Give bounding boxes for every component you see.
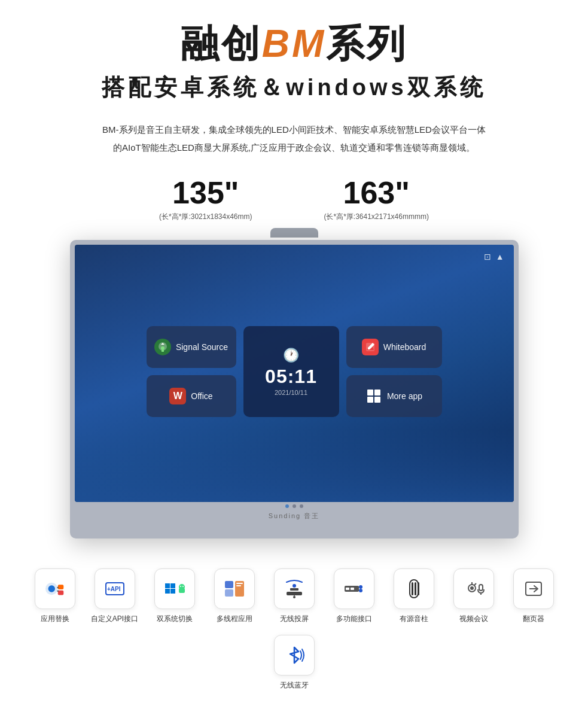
feature-label-dual-sys: 双系统切换 <box>157 614 193 624</box>
header: 融创BM系列 搭配安卓系统＆windows双系统 <box>0 0 588 109</box>
feature-icon-multi-app <box>214 568 255 609</box>
feature-wireless: 无线投屏 <box>270 568 319 624</box>
feature-icon-bluetooth <box>274 635 315 676</box>
feature-label-video: 视频会议 <box>459 614 488 624</box>
feature-app-switch: 应用替换 <box>31 568 80 624</box>
svg-rect-6 <box>57 585 63 589</box>
clock-widget: 🕐 05:11 2021/10/11 <box>243 326 339 417</box>
svg-rect-13 <box>170 589 175 594</box>
office-icon: W <box>169 388 186 404</box>
whiteboard-btn[interactable]: Whiteboard <box>346 326 442 368</box>
spec-dims-163: (长*高*厚:3641x2171x46mmmm) <box>324 212 429 222</box>
svg-rect-15 <box>179 588 185 593</box>
description: BM-系列是音王自主研发，集成全球领先的LED小间距技术、智能安卓系统智慧LED… <box>49 121 540 157</box>
monitor-screen: ⊡ ▲ <box>75 245 514 502</box>
monitor-dot-3 <box>300 504 303 508</box>
svg-point-17 <box>182 586 184 587</box>
svg-rect-38 <box>418 582 419 595</box>
svg-line-42 <box>474 583 476 585</box>
svg-rect-36 <box>412 582 413 595</box>
feature-label-speaker: 有源音柱 <box>400 614 428 624</box>
svg-rect-19 <box>225 589 233 597</box>
title-part2: 系列 <box>326 22 407 65</box>
feature-dual-sys: 双系统切换 <box>150 568 199 624</box>
feature-multi-port: 多功能接口 <box>330 568 379 624</box>
feature-label-multi-app: 多线程应用 <box>217 614 252 624</box>
screen-bg-overlay <box>75 430 514 502</box>
specs-section: 135" (长*高*厚:3021x1834x46mm) 163" (长*高*厚:… <box>0 175 588 222</box>
svg-point-16 <box>180 586 181 587</box>
monitor-dot-1 <box>285 504 289 508</box>
desc-line1: BM-系列是音王自主研发，集成全球领先的LED小间距技术、智能安卓系统智慧LED… <box>61 121 528 139</box>
more-app-label: More app <box>387 391 422 401</box>
svg-rect-23 <box>287 592 302 595</box>
spec-size-135: 135" <box>159 175 252 211</box>
svg-point-25 <box>293 584 296 588</box>
feature-icon-browser <box>513 568 554 609</box>
clock-icon: 🕐 <box>283 347 299 363</box>
clock-date: 2021/10/11 <box>275 388 307 395</box>
spec-dims-135: (长*高*厚:3021x1834x46mm) <box>159 212 252 222</box>
monitor-bottom: Sunding 音王 <box>75 512 514 521</box>
feature-label-bluetooth: 无线蓝牙 <box>280 680 309 690</box>
feature-label-app-switch: 应用替换 <box>41 614 69 624</box>
feature-icon-video <box>453 568 494 609</box>
spec-size-163: 163" <box>324 175 429 211</box>
subtitle: 搭配安卓系统＆windows双系统 <box>0 72 588 103</box>
more-app-btn[interactable]: More app <box>346 375 442 417</box>
title-part1: 融创 <box>181 22 262 65</box>
feature-icon-speaker <box>394 568 434 609</box>
svg-rect-10 <box>165 583 170 588</box>
app-grid: Signal Source 🕐 05:11 2021/10/11 <box>147 326 442 417</box>
feature-speaker: 有源音柱 <box>389 568 438 624</box>
whiteboard-icon <box>362 339 379 355</box>
feature-icon-dual-sys <box>154 568 195 609</box>
monitor-frame: ⊡ ▲ <box>70 240 519 538</box>
feature-label-api: 自定义API接口 <box>91 614 138 624</box>
feature-icon-multi-port <box>334 568 374 609</box>
whiteboard-label: Whiteboard <box>383 342 426 352</box>
feature-video: 视频会议 <box>449 568 498 624</box>
spec-item-163: 163" (长*高*厚:3641x2171x46mmmm) <box>324 175 429 222</box>
title-bm: BM <box>262 22 327 65</box>
feature-api: +API 自定义API接口 <box>90 568 139 624</box>
svg-rect-21 <box>236 583 243 584</box>
svg-rect-11 <box>170 583 175 588</box>
main-title: 融创BM系列 <box>0 18 588 70</box>
signal-source-btn[interactable]: Signal Source <box>147 326 236 368</box>
feature-label-browser: 翻页器 <box>523 614 544 624</box>
svg-rect-35 <box>410 580 418 598</box>
svg-rect-18 <box>225 581 233 588</box>
feature-bluetooth: 无线蓝牙 <box>270 635 319 690</box>
office-label: Office <box>191 391 212 401</box>
clock-time: 05:11 <box>265 365 317 387</box>
svg-rect-22 <box>236 585 241 586</box>
more-app-icon <box>365 388 382 404</box>
svg-rect-30 <box>351 588 354 590</box>
feature-icon-wireless <box>274 568 315 609</box>
feature-multi-app: 多线程应用 <box>210 568 259 624</box>
svg-point-1 <box>161 346 164 350</box>
svg-rect-24 <box>290 588 298 591</box>
feature-label-wireless: 无线投屏 <box>280 614 309 624</box>
camera-bar <box>70 228 519 238</box>
svg-point-32 <box>359 589 362 592</box>
svg-rect-43 <box>479 585 483 591</box>
feature-icon-app-switch <box>35 568 75 609</box>
feature-browser: 翻页器 <box>509 568 558 624</box>
feature-icon-api: +API <box>95 568 135 609</box>
office-btn[interactable]: W Office <box>147 375 236 417</box>
feature-items: 应用替换 +API 自定义API接口 <box>24 568 564 690</box>
cast-icon: ⊡ <box>484 252 491 261</box>
features-section: 应用替换 +API 自定义API接口 <box>0 550 588 702</box>
monitor-dots <box>75 504 514 508</box>
monitor-wrapper: ⊡ ▲ <box>70 228 519 538</box>
svg-text:+API: +API <box>107 586 121 592</box>
feature-label-multi-port: 多功能接口 <box>336 614 372 624</box>
svg-point-26 <box>293 596 295 598</box>
camera-bump <box>270 228 318 238</box>
svg-rect-12 <box>165 589 170 594</box>
desc-line2: 的AIoT智能生态LED商显大屏系统,广泛应用于政企会议、轨道交通和零售连锁等商… <box>61 139 528 157</box>
monitor-brand: Sunding 音王 <box>269 512 319 521</box>
svg-point-40 <box>470 586 474 590</box>
